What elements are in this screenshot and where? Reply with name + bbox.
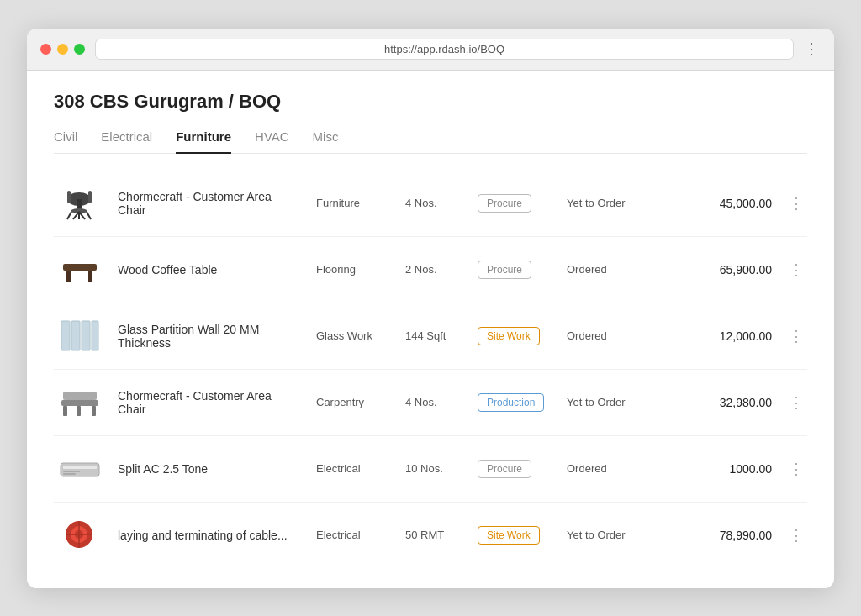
- svg-rect-15: [82, 321, 90, 350]
- status-badge: Procure: [478, 261, 531, 279]
- svg-line-4: [87, 212, 91, 219]
- item-name: Glass Partition Wall 20 MM Thickness: [118, 323, 303, 350]
- item-status: Ordered: [567, 329, 642, 342]
- item-status: Ordered: [567, 462, 642, 475]
- item-image: [54, 448, 104, 490]
- item-category: Furniture: [316, 197, 392, 209]
- tab-furniture[interactable]: Furniture: [176, 129, 231, 154]
- table-row: laying and terminating of cable... Elect…: [54, 503, 807, 568]
- status-badge: Site Work: [478, 327, 540, 345]
- svg-rect-17: [61, 400, 98, 406]
- items-list: Chormecraft - Customer Area Chair Furnit…: [54, 171, 807, 568]
- status-badge: Procure: [478, 460, 531, 478]
- item-category: Carpentry: [316, 396, 392, 408]
- svg-line-3: [67, 212, 71, 219]
- item-name: Wood Coffee Table: [118, 263, 303, 276]
- item-price: 65,900.00: [656, 263, 772, 276]
- svg-rect-11: [66, 271, 71, 282]
- status-badge: Procure: [478, 194, 531, 213]
- item-category: Flooring: [316, 263, 392, 276]
- tab-hvac[interactable]: HVAC: [255, 129, 289, 154]
- item-status: Yet to Order: [567, 396, 642, 408]
- item-name: Chormecraft - Customer Area Chair: [118, 190, 303, 217]
- tab-civil[interactable]: Civil: [54, 129, 77, 154]
- item-image: [54, 514, 104, 556]
- browser-chrome: https://app.rdash.io/BOQ ⋮: [27, 29, 834, 71]
- table-row: Split AC 2.5 Tone Electrical 10 Nos. Pro…: [54, 436, 807, 503]
- item-quantity: 144 Sqft: [405, 329, 464, 342]
- svg-rect-18: [63, 392, 97, 400]
- item-price: 45,000.00: [656, 197, 772, 210]
- item-price: 12,000.00: [656, 329, 772, 343]
- table-row: Wood Coffee Table Flooring 2 Nos. Procur…: [54, 237, 807, 303]
- item-category: Electrical: [316, 462, 392, 475]
- row-menu-button[interactable]: ⋮: [785, 327, 807, 345]
- browser-window: https://app.rdash.io/BOQ ⋮ 308 CBS Gurug…: [27, 29, 834, 588]
- row-menu-button[interactable]: ⋮: [785, 393, 807, 412]
- svg-rect-24: [63, 471, 80, 472]
- item-image: [54, 382, 104, 424]
- page-title: 308 CBS Gurugram / BOQ: [54, 91, 807, 113]
- item-image: [54, 182, 104, 224]
- item-status: Ordered: [567, 263, 642, 276]
- item-category: Electrical: [316, 529, 392, 541]
- svg-rect-23: [63, 466, 97, 469]
- svg-rect-13: [61, 321, 70, 350]
- item-badge: Site Work: [478, 526, 553, 545]
- tab-misc[interactable]: Misc: [313, 129, 339, 154]
- item-price: 78,990.00: [656, 529, 772, 542]
- table-row: Chormecraft - Customer Area Chair Furnit…: [54, 171, 807, 237]
- table-row: Chormecraft - Customer Area Chair Carpen…: [54, 370, 807, 436]
- svg-rect-20: [92, 406, 96, 416]
- item-name: laying and terminating of cable...: [118, 529, 303, 542]
- item-badge: Procure: [478, 261, 553, 279]
- item-badge: Procure: [478, 460, 553, 478]
- row-menu-button[interactable]: ⋮: [785, 526, 807, 545]
- item-status: Yet to Order: [567, 529, 642, 541]
- item-quantity: 10 Nos.: [405, 462, 464, 475]
- item-quantity: 2 Nos.: [405, 263, 464, 276]
- svg-rect-9: [88, 191, 92, 203]
- item-price: 32,980.00: [656, 396, 772, 409]
- svg-rect-12: [88, 271, 92, 282]
- traffic-lights: [40, 44, 85, 55]
- row-menu-button[interactable]: ⋮: [785, 261, 807, 279]
- row-menu-button[interactable]: ⋮: [785, 460, 807, 478]
- maximize-button[interactable]: [74, 44, 85, 55]
- svg-rect-8: [67, 191, 71, 203]
- tabs-bar: Civil Electrical Furniture HVAC Misc: [54, 129, 807, 154]
- item-name: Split AC 2.5 Tone: [118, 462, 303, 476]
- close-button[interactable]: [40, 44, 51, 55]
- item-badge: Site Work: [478, 327, 553, 345]
- minimize-button[interactable]: [57, 44, 68, 55]
- status-badge: Production: [478, 393, 544, 412]
- svg-rect-10: [63, 264, 97, 271]
- tab-electrical[interactable]: Electrical: [101, 129, 152, 154]
- browser-menu-icon[interactable]: ⋮: [804, 39, 821, 58]
- table-row: Glass Partition Wall 20 MM Thickness Gla…: [54, 303, 807, 370]
- svg-rect-19: [63, 406, 67, 416]
- address-bar[interactable]: https://app.rdash.io/BOQ: [95, 39, 794, 60]
- item-image: [54, 249, 104, 291]
- item-quantity: 4 Nos.: [405, 396, 464, 408]
- item-badge: Production: [478, 393, 553, 412]
- item-status: Yet to Order: [567, 197, 642, 209]
- item-category: Glass Work: [316, 329, 392, 342]
- item-quantity: 50 RMT: [405, 529, 464, 541]
- row-menu-button[interactable]: ⋮: [785, 194, 807, 213]
- svg-rect-16: [92, 321, 98, 350]
- item-image: [54, 315, 104, 357]
- svg-rect-14: [71, 321, 80, 350]
- svg-rect-25: [63, 473, 76, 475]
- status-badge: Site Work: [478, 526, 540, 545]
- item-quantity: 4 Nos.: [405, 197, 464, 209]
- item-name: Chormecraft - Customer Area Chair: [118, 389, 303, 416]
- item-price: 1000.00: [656, 462, 772, 476]
- page-content: 308 CBS Gurugram / BOQ Civil Electrical …: [27, 71, 834, 588]
- item-badge: Procure: [478, 194, 553, 213]
- svg-rect-21: [77, 406, 81, 416]
